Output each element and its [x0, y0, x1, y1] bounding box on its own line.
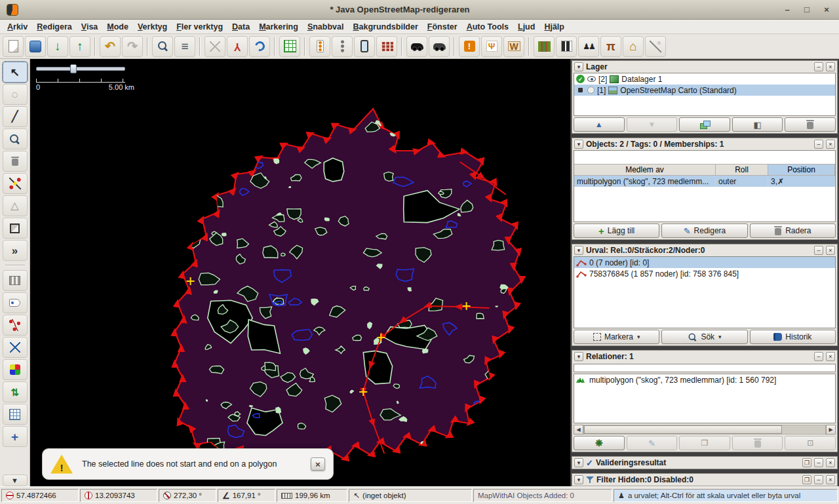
horizontal-scrollbar[interactable]: ◀ ▶	[574, 425, 836, 435]
edit-tag-button[interactable]: ✎Redigera	[661, 223, 747, 238]
select-members-button[interactable]: ⊡	[785, 436, 836, 450]
car-alt-button[interactable]	[429, 36, 450, 57]
pin-icon[interactable]: –	[814, 475, 823, 484]
new-layer-button[interactable]	[3, 36, 24, 57]
membership-row[interactable]: multipolygon ("skog", 723 medlemm... out…	[574, 176, 835, 187]
edit-relation-button[interactable]: ✎	[627, 436, 678, 450]
milestones-button[interactable]	[332, 36, 353, 57]
close-panel-icon[interactable]: ×	[826, 246, 835, 255]
minimize-button[interactable]: –	[781, 4, 793, 16]
move-xy-tool-button[interactable]: +	[3, 426, 28, 447]
duplicate-relation-button[interactable]: ❐	[679, 436, 730, 450]
swap-tool-button[interactable]: ⇅	[3, 381, 28, 402]
device-button[interactable]	[354, 36, 375, 57]
open-file-button[interactable]	[25, 36, 46, 57]
collapse-icon[interactable]: ▾	[574, 246, 583, 255]
close-panel-icon[interactable]: ×	[826, 140, 835, 149]
pin-icon[interactable]: –	[814, 246, 823, 255]
upload-data-button[interactable]: ↑	[69, 36, 90, 57]
terrain-button[interactable]	[534, 36, 555, 57]
split-way-tool-button[interactable]	[3, 173, 28, 194]
delete-tag-button[interactable]: Radera	[750, 223, 836, 238]
layer-down-button[interactable]: ▼	[627, 117, 678, 132]
menu-bakgrundsbilder[interactable]: Bakgrundsbilder	[348, 20, 422, 33]
transit-button[interactable]: ♟♟	[578, 36, 599, 57]
zoom-slider-thumb[interactable]	[70, 64, 77, 73]
selected-object-display[interactable]: ↖(inget objekt)	[349, 489, 472, 502]
redo-button[interactable]: ↷	[122, 36, 143, 57]
toolbar-scroll-down-button[interactable]: ▼	[3, 475, 28, 486]
visibility-circle-icon[interactable]	[587, 87, 595, 94]
restore-icon[interactable]: ❐	[802, 458, 811, 467]
expand-icon[interactable]: ▾	[574, 458, 583, 467]
menu-verktyg[interactable]: Verktyg	[133, 20, 172, 33]
layer-row-data[interactable]: ✓ [2] Datalager 1	[574, 73, 835, 85]
update-data-button[interactable]	[249, 36, 270, 57]
column-member[interactable]: Medlem av	[574, 165, 716, 175]
columns-button[interactable]	[556, 36, 577, 57]
scrollbar-thumb[interactable]	[584, 425, 782, 434]
latitude-display[interactable]: 57.4872466	[1, 489, 79, 502]
delete-relation-button[interactable]	[732, 436, 783, 450]
lodging-button[interactable]: ⌂	[623, 36, 644, 57]
traffic-signals-button[interactable]	[309, 36, 330, 57]
heading-display[interactable]: 272,30 °	[159, 489, 216, 502]
network-tool-button[interactable]	[3, 315, 28, 336]
lasso-tool-button[interactable]: ◌	[3, 84, 28, 105]
menu-redigera[interactable]: Redigera	[32, 20, 77, 33]
collapse-icon[interactable]: ▾	[574, 352, 583, 361]
zoom-search-button[interactable]	[152, 36, 173, 57]
visibility-eye-icon[interactable]	[587, 76, 596, 82]
undo-button[interactable]: ↶	[100, 36, 121, 57]
restore-icon[interactable]: ❐	[802, 475, 811, 484]
layer-row-imagery[interactable]: [1] OpenStreetMap Carto (Standard)	[574, 85, 835, 96]
scroll-right-button[interactable]: ▶	[826, 425, 836, 435]
pin-icon[interactable]: –	[814, 62, 823, 71]
selection-row[interactable]: 758376845 (1 857 noder) [id: 758 376 845…	[574, 268, 835, 279]
scrollbar-track[interactable]	[583, 425, 826, 435]
menu-hjalp[interactable]: Hjälp	[539, 20, 569, 33]
zoom-tool-button[interactable]	[3, 128, 28, 149]
menu-visa[interactable]: Visa	[77, 20, 103, 33]
relation-row[interactable]: multipolygon ("skog", 723 medlemmar) [id…	[574, 374, 835, 385]
menu-fonster[interactable]: Fönster	[423, 20, 462, 33]
paste-tags-button[interactable]	[205, 36, 225, 57]
menu-mode[interactable]: Mode	[102, 20, 133, 33]
grid-tool-button[interactable]	[3, 404, 28, 425]
delete-tool-button[interactable]	[3, 151, 28, 172]
map-canvas[interactable]	[30, 59, 570, 486]
maximize-button[interactable]: □	[801, 4, 813, 16]
tag-tool-button[interactable]	[3, 292, 28, 313]
add-tag-button[interactable]: +Lägg till	[574, 223, 659, 238]
search-button[interactable]: Sök▾	[661, 330, 747, 344]
picnic-button[interactable]: π	[600, 36, 621, 57]
layer-up-button[interactable]: ▲	[574, 117, 625, 132]
menu-snabbval[interactable]: Snabbval	[303, 20, 349, 33]
notification-close-button[interactable]: ×	[311, 457, 325, 471]
menu-auto-tools[interactable]: Auto Tools	[462, 20, 513, 33]
align-tool-button[interactable]: △	[3, 195, 28, 216]
merge-nodes-button[interactable]: Y	[227, 36, 248, 57]
car-button[interactable]	[406, 36, 427, 57]
column-role[interactable]: Roll	[716, 165, 768, 175]
close-panel-icon[interactable]: ×	[826, 475, 835, 484]
select-button[interactable]: Markera▾	[574, 330, 659, 344]
menu-markering[interactable]: Markering	[254, 20, 303, 33]
cut-tool-button[interactable]	[3, 337, 28, 358]
relation-filter-input[interactable]	[574, 364, 836, 372]
longitude-display[interactable]: 13.2093743	[80, 489, 157, 502]
close-panel-icon[interactable]: ×	[826, 62, 835, 71]
map-view[interactable]: 0 5.00 km ! The selected line does not s…	[30, 59, 570, 486]
preferences-button[interactable]: ≡	[174, 36, 195, 57]
wall-button[interactable]	[376, 36, 397, 57]
pin-icon[interactable]: –	[814, 352, 823, 361]
scroll-left-button[interactable]: ◀	[574, 425, 583, 435]
draw-node-tool-button[interactable]: ╱	[3, 106, 28, 127]
new-relation-button[interactable]: ❋	[574, 436, 625, 450]
menu-fler-verktyg[interactable]: Fler verktyg	[172, 20, 227, 33]
collapse-icon[interactable]: ▾	[574, 140, 583, 149]
download-data-button[interactable]: ↓	[47, 36, 68, 57]
terrace-tool-button[interactable]	[3, 270, 28, 291]
waw-button[interactable]: W	[503, 36, 524, 57]
distance-display[interactable]: 199,96 km	[277, 489, 347, 502]
